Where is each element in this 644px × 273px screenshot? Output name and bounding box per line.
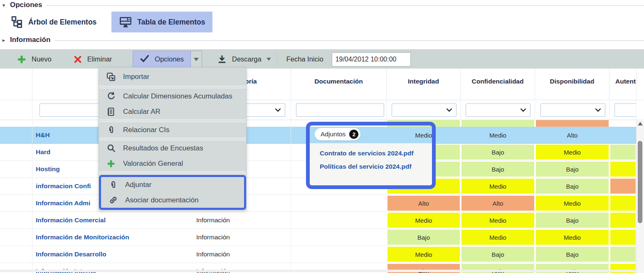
autenticidad-value-cell bbox=[610, 213, 636, 228]
filter-cell-selector bbox=[0, 100, 32, 120]
filter-autenticidad-input[interactable] bbox=[614, 103, 637, 117]
menu-group-separator bbox=[99, 86, 246, 89]
menu-item-valoracion-general[interactable]: Valoración General bbox=[99, 156, 246, 171]
section-title-informacion: Información bbox=[10, 36, 50, 44]
element-name-link[interactable]: Información de Monitorización bbox=[32, 234, 129, 241]
disponibilidad-value-cell: Bajo bbox=[536, 179, 609, 194]
table-row-informacion-desarrollo[interactable]: Información DesarrolloInformaciónMedioBa… bbox=[0, 246, 644, 263]
monitor-icon bbox=[119, 16, 132, 28]
row-selector-cell[interactable] bbox=[0, 195, 32, 212]
element-name-link[interactable]: informacion Confi bbox=[32, 182, 91, 190]
disponibilidad-value-cell: Medio bbox=[536, 230, 609, 245]
element-name-link[interactable]: Hosting bbox=[32, 165, 60, 173]
tab-label: Tabla de Elementos bbox=[137, 18, 205, 27]
menu-item-adjuntar[interactable]: Adjuntar bbox=[101, 177, 244, 192]
confidencialidad-value-cell bbox=[461, 120, 534, 127]
categoria-cell: Información bbox=[193, 229, 291, 246]
chevron-down-icon bbox=[275, 108, 281, 112]
column-header-disponibilidad[interactable]: Disponibilidad bbox=[535, 69, 609, 100]
filter-disponibilidad-select[interactable] bbox=[540, 103, 605, 117]
disponibilidad-value-cell bbox=[536, 120, 609, 127]
section-title-opciones: Opciones bbox=[10, 1, 42, 9]
menu-group-separator bbox=[99, 138, 246, 140]
chevron-down-icon[interactable]: ▾ bbox=[0, 2, 7, 8]
menu-item-asociar-documentacion[interactable]: Asociar documentación bbox=[101, 192, 244, 208]
scroll-up-arrow[interactable] bbox=[638, 122, 643, 125]
row-selector-cell[interactable] bbox=[0, 127, 32, 143]
table-row-informacion-de-monitorizacion[interactable]: Información de MonitorizaciónInformación… bbox=[0, 229, 644, 246]
tab-arbol-de-elementos[interactable]: Árbol de Elementos bbox=[3, 12, 104, 32]
autenticidad-value-cell bbox=[610, 162, 636, 177]
view-tabs: Árbol de Elementos Tabla de Elementos bbox=[3, 12, 212, 32]
element-name-link[interactable]: H&H bbox=[32, 131, 50, 139]
confidencialidad-value-cell: Medio bbox=[461, 230, 534, 245]
menu-item-relacionar-cis[interactable]: Relacionar CIs bbox=[99, 122, 246, 138]
filter-elemento-input[interactable] bbox=[39, 103, 104, 117]
fecha-inicio-input[interactable] bbox=[332, 52, 411, 66]
refresh-icon bbox=[106, 91, 116, 102]
table-row-informacion-comercial[interactable]: Información ComercialInformaciónMedioMed… bbox=[0, 212, 644, 229]
descarga-dropdown-caret[interactable] bbox=[266, 58, 271, 61]
tab-tabla-de-elementos[interactable]: Tabla de Elementos bbox=[111, 12, 212, 32]
table-row-informacion-admi[interactable]: Información AdmiAltoAltoMedio bbox=[0, 195, 644, 212]
fecha-inicio-label: Fecha Inicio bbox=[286, 55, 323, 63]
vertical-scrollbar[interactable] bbox=[636, 119, 644, 273]
disponibilidad-value-cell: Bajo bbox=[536, 213, 609, 228]
opciones-dropdown-caret[interactable] bbox=[190, 51, 202, 68]
paperclip-icon bbox=[106, 125, 116, 135]
element-name-link[interactable]: Información Comercial bbox=[32, 216, 106, 224]
column-header-selector bbox=[0, 69, 32, 100]
autenticidad-value-cell bbox=[609, 127, 637, 143]
column-header-documentacion[interactable]: Documentación bbox=[291, 69, 387, 100]
row-selector-cell[interactable] bbox=[0, 178, 32, 194]
menu-item-resultados-de-encuestas[interactable]: Resultados de Encuestas bbox=[99, 140, 246, 156]
eliminar-button[interactable]: Eliminar bbox=[73, 55, 112, 64]
nuevo-button[interactable]: Nuevo bbox=[17, 54, 52, 64]
adjuntos-pill[interactable]: Adjuntos 2 bbox=[315, 128, 360, 140]
menu-item-label: Relacionar CIs bbox=[123, 126, 170, 134]
integridad-value-cell: Medio bbox=[387, 213, 460, 228]
chevron-right-icon[interactable]: ▸ bbox=[0, 37, 7, 43]
row-selector-cell[interactable] bbox=[0, 161, 32, 177]
autenticidad-value-cell bbox=[610, 230, 636, 245]
filter-documentacion-input[interactable] bbox=[296, 103, 384, 117]
column-header-confidencialidad[interactable]: Confidencialidad bbox=[461, 69, 535, 100]
download-icon bbox=[217, 54, 227, 64]
row-selector-cell[interactable] bbox=[0, 212, 32, 229]
documentacion-cell bbox=[291, 229, 387, 246]
row-selector-cell[interactable] bbox=[0, 144, 32, 160]
section-divider bbox=[54, 40, 644, 41]
toolbar-separator bbox=[277, 53, 277, 66]
confidencialidad-value-cell: Bajo bbox=[461, 247, 534, 262]
menu-item-calcular-dimensiones-acumuladas[interactable]: Calcular Dimensiones Acumuladas bbox=[99, 89, 246, 104]
adjuntos-file-list: Contrato de servicios 2024.pdf Políticas… bbox=[310, 143, 432, 189]
file-link[interactable]: Políticas del servicio 2024.pdf bbox=[320, 163, 432, 170]
element-name-link[interactable]: Información Admi bbox=[32, 199, 90, 207]
scrollbar-thumb[interactable] bbox=[638, 141, 642, 223]
menu-item-importar[interactable]: Importar bbox=[99, 68, 246, 86]
file-link[interactable]: Contrato de servicios 2024.pdf bbox=[320, 150, 432, 157]
row-selector-cell[interactable] bbox=[0, 229, 32, 246]
opciones-button[interactable]: Opciones bbox=[133, 51, 190, 68]
filter-confidencialidad-select[interactable] bbox=[466, 103, 530, 117]
menu-item-calcular-ar[interactable]: Calcular AR bbox=[99, 104, 246, 119]
filter-integridad-select[interactable] bbox=[392, 103, 456, 117]
nuevo-label: Nuevo bbox=[32, 55, 52, 63]
import-icon bbox=[106, 71, 116, 82]
categoria-cell: Información bbox=[193, 246, 291, 263]
adjuntos-label: Adjuntos bbox=[321, 130, 345, 138]
screen: ▾ Opciones Árbol de Elementos bbox=[0, 0, 644, 273]
element-name-link[interactable]: Hard bbox=[32, 148, 50, 156]
row-selector-cell[interactable] bbox=[0, 246, 32, 263]
column-header-integridad[interactable]: Integridad bbox=[387, 69, 461, 100]
descarga-button[interactable]: Descarga bbox=[217, 54, 271, 64]
row-selector-cell[interactable] bbox=[0, 120, 32, 127]
categoria-cell: Información bbox=[193, 212, 291, 229]
autenticidad-value-cell bbox=[610, 179, 636, 194]
column-header-autenticidad[interactable]: Autenticidad bbox=[609, 69, 637, 100]
adjuntos-count-badge: 2 bbox=[349, 130, 358, 139]
menu-item-label: Calcular AR bbox=[123, 108, 160, 116]
adjuntos-popup: Adjuntos 2 Contrato de servicios 2024.pd… bbox=[306, 122, 436, 189]
element-name-link[interactable]: Información Desarrollo bbox=[32, 251, 106, 258]
section-informacion-header: ▸ Información bbox=[0, 36, 644, 44]
